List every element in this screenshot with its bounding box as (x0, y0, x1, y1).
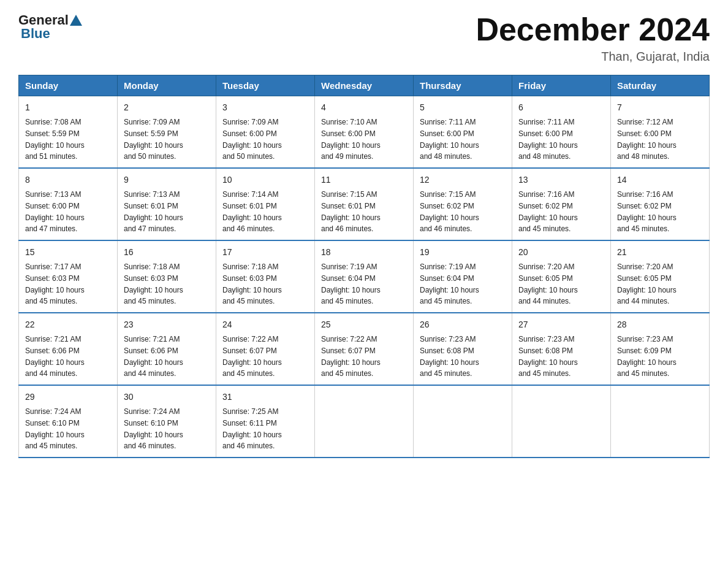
day-number: 29 (25, 391, 111, 404)
day-info: Sunrise: 7:16 AMSunset: 6:02 PMDaylight:… (518, 190, 578, 233)
day-info: Sunrise: 7:11 AMSunset: 6:00 PMDaylight:… (518, 118, 578, 161)
table-row: 10 Sunrise: 7:14 AMSunset: 6:01 PMDaylig… (216, 168, 315, 240)
day-info: Sunrise: 7:10 AMSunset: 6:00 PMDaylight:… (321, 118, 381, 161)
table-row: 9 Sunrise: 7:13 AMSunset: 6:01 PMDayligh… (118, 168, 216, 240)
day-number: 3 (222, 101, 308, 114)
day-info: Sunrise: 7:24 AMSunset: 6:10 PMDaylight:… (25, 407, 85, 450)
table-row: 18 Sunrise: 7:19 AMSunset: 6:04 PMDaylig… (315, 240, 414, 313)
table-row: 24 Sunrise: 7:22 AMSunset: 6:07 PMDaylig… (216, 313, 315, 385)
table-row: 22 Sunrise: 7:21 AMSunset: 6:06 PMDaylig… (19, 313, 118, 385)
day-info: Sunrise: 7:23 AMSunset: 6:09 PMDaylight:… (617, 335, 677, 378)
table-row: 29 Sunrise: 7:24 AMSunset: 6:10 PMDaylig… (19, 385, 118, 458)
day-number: 24 (222, 318, 308, 331)
calendar-week-row: 1 Sunrise: 7:08 AMSunset: 5:59 PMDayligh… (19, 96, 710, 169)
day-number: 21 (617, 246, 703, 259)
table-row (512, 385, 611, 458)
day-info: Sunrise: 7:23 AMSunset: 6:08 PMDaylight:… (420, 335, 479, 378)
table-row: 26 Sunrise: 7:23 AMSunset: 6:08 PMDaylig… (414, 313, 512, 385)
day-number: 4 (321, 101, 407, 114)
day-info: Sunrise: 7:17 AMSunset: 6:03 PMDaylight:… (25, 262, 85, 305)
day-number: 10 (222, 174, 308, 186)
day-number: 5 (420, 101, 506, 114)
title-block: December 2024 Than, Gujarat, India (476, 12, 710, 64)
table-row: 5 Sunrise: 7:11 AMSunset: 6:00 PMDayligh… (414, 96, 512, 169)
day-info: Sunrise: 7:11 AMSunset: 6:00 PMDaylight:… (420, 118, 479, 161)
day-info: Sunrise: 7:20 AMSunset: 6:05 PMDaylight:… (617, 262, 677, 305)
day-number: 25 (321, 318, 407, 331)
day-number: 23 (124, 318, 210, 331)
day-number: 7 (617, 101, 703, 114)
day-number: 1 (25, 101, 111, 114)
day-info: Sunrise: 7:25 AMSunset: 6:11 PMDaylight:… (222, 407, 282, 450)
day-info: Sunrise: 7:20 AMSunset: 6:05 PMDaylight:… (518, 262, 578, 305)
day-info: Sunrise: 7:12 AMSunset: 6:00 PMDaylight:… (617, 118, 677, 161)
day-number: 9 (124, 174, 210, 186)
day-number: 14 (617, 174, 703, 186)
day-info: Sunrise: 7:19 AMSunset: 6:04 PMDaylight:… (420, 262, 479, 305)
table-row: 16 Sunrise: 7:18 AMSunset: 6:03 PMDaylig… (118, 240, 216, 313)
table-row: 20 Sunrise: 7:20 AMSunset: 6:05 PMDaylig… (512, 240, 611, 313)
day-info: Sunrise: 7:08 AMSunset: 5:59 PMDaylight:… (25, 118, 85, 161)
day-info: Sunrise: 7:15 AMSunset: 6:01 PMDaylight:… (321, 190, 381, 233)
table-row: 1 Sunrise: 7:08 AMSunset: 5:59 PMDayligh… (19, 96, 118, 169)
table-row: 19 Sunrise: 7:19 AMSunset: 6:04 PMDaylig… (414, 240, 512, 313)
day-number: 26 (420, 318, 506, 331)
header-friday: Friday (512, 75, 611, 96)
table-row: 13 Sunrise: 7:16 AMSunset: 6:02 PMDaylig… (512, 168, 611, 240)
day-number: 28 (617, 318, 703, 331)
table-row (315, 385, 414, 458)
calendar-table: Sunday Monday Tuesday Wednesday Thursday… (18, 75, 710, 458)
day-number: 27 (518, 318, 604, 331)
day-info: Sunrise: 7:16 AMSunset: 6:02 PMDaylight:… (617, 190, 677, 233)
day-number: 31 (222, 391, 308, 404)
page-header: General Blue December 2024 Than, Gujarat… (18, 12, 710, 64)
table-row: 17 Sunrise: 7:18 AMSunset: 6:03 PMDaylig… (216, 240, 315, 313)
table-row (414, 385, 512, 458)
day-info: Sunrise: 7:21 AMSunset: 6:06 PMDaylight:… (25, 335, 85, 378)
table-row: 2 Sunrise: 7:09 AMSunset: 5:59 PMDayligh… (118, 96, 216, 169)
day-info: Sunrise: 7:22 AMSunset: 6:07 PMDaylight:… (222, 335, 282, 378)
logo-blue-text: Blue (18, 26, 50, 42)
day-number: 8 (25, 174, 111, 186)
table-row: 27 Sunrise: 7:23 AMSunset: 6:08 PMDaylig… (512, 313, 611, 385)
day-info: Sunrise: 7:09 AMSunset: 6:00 PMDaylight:… (222, 118, 282, 161)
calendar-week-row: 8 Sunrise: 7:13 AMSunset: 6:00 PMDayligh… (19, 168, 710, 240)
table-row: 28 Sunrise: 7:23 AMSunset: 6:09 PMDaylig… (611, 313, 710, 385)
table-row: 11 Sunrise: 7:15 AMSunset: 6:01 PMDaylig… (315, 168, 414, 240)
day-info: Sunrise: 7:22 AMSunset: 6:07 PMDaylight:… (321, 335, 381, 378)
header-sunday: Sunday (19, 75, 118, 96)
table-row: 7 Sunrise: 7:12 AMSunset: 6:00 PMDayligh… (611, 96, 710, 169)
table-row: 6 Sunrise: 7:11 AMSunset: 6:00 PMDayligh… (512, 96, 611, 169)
day-info: Sunrise: 7:09 AMSunset: 5:59 PMDaylight:… (124, 118, 183, 161)
header-monday: Monday (118, 75, 216, 96)
calendar-header-row: Sunday Monday Tuesday Wednesday Thursday… (19, 75, 710, 96)
header-tuesday: Tuesday (216, 75, 315, 96)
header-wednesday: Wednesday (315, 75, 414, 96)
table-row: 12 Sunrise: 7:15 AMSunset: 6:02 PMDaylig… (414, 168, 512, 240)
header-thursday: Thursday (414, 75, 512, 96)
day-info: Sunrise: 7:21 AMSunset: 6:06 PMDaylight:… (124, 335, 183, 378)
table-row (611, 385, 710, 458)
logo: General Blue (18, 12, 83, 42)
calendar-week-row: 22 Sunrise: 7:21 AMSunset: 6:06 PMDaylig… (19, 313, 710, 385)
table-row: 31 Sunrise: 7:25 AMSunset: 6:11 PMDaylig… (216, 385, 315, 458)
day-info: Sunrise: 7:13 AMSunset: 6:01 PMDaylight:… (124, 190, 183, 233)
header-saturday: Saturday (611, 75, 710, 96)
day-number: 18 (321, 246, 407, 259)
calendar-week-row: 15 Sunrise: 7:17 AMSunset: 6:03 PMDaylig… (19, 240, 710, 313)
day-number: 17 (222, 246, 308, 259)
day-number: 6 (518, 101, 604, 114)
calendar-week-row: 29 Sunrise: 7:24 AMSunset: 6:10 PMDaylig… (19, 385, 710, 458)
table-row: 23 Sunrise: 7:21 AMSunset: 6:06 PMDaylig… (118, 313, 216, 385)
day-info: Sunrise: 7:23 AMSunset: 6:08 PMDaylight:… (518, 335, 578, 378)
day-number: 11 (321, 174, 407, 186)
day-info: Sunrise: 7:13 AMSunset: 6:00 PMDaylight:… (25, 190, 85, 233)
logo-triangle-icon (70, 15, 82, 26)
location-subtitle: Than, Gujarat, India (476, 50, 710, 64)
table-row: 30 Sunrise: 7:24 AMSunset: 6:10 PMDaylig… (118, 385, 216, 458)
table-row: 21 Sunrise: 7:20 AMSunset: 6:05 PMDaylig… (611, 240, 710, 313)
day-number: 30 (124, 391, 210, 404)
day-info: Sunrise: 7:14 AMSunset: 6:01 PMDaylight:… (222, 190, 282, 233)
day-info: Sunrise: 7:19 AMSunset: 6:04 PMDaylight:… (321, 262, 381, 305)
day-number: 12 (420, 174, 506, 186)
